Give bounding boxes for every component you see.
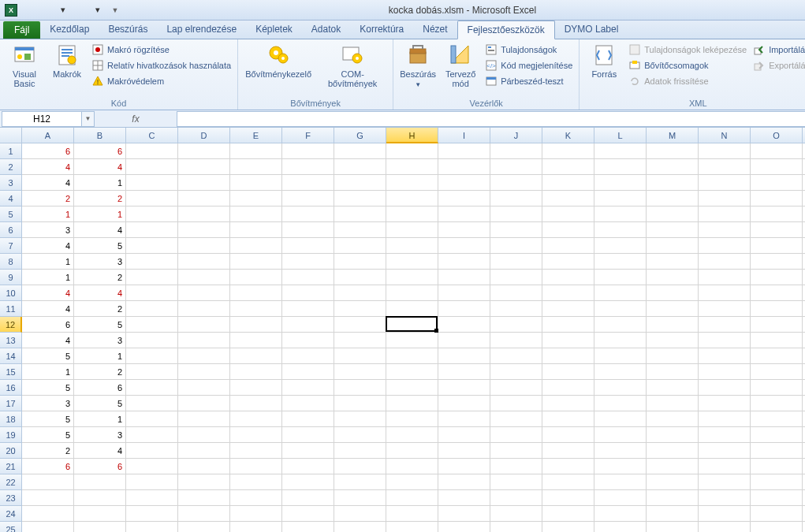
cell-J13[interactable] bbox=[490, 333, 542, 348]
cell-O12[interactable] bbox=[751, 317, 803, 333]
row-header-9[interactable]: 9 bbox=[0, 270, 22, 285]
cell-M21[interactable] bbox=[647, 459, 699, 474]
cell-G1[interactable] bbox=[334, 143, 386, 159]
cell-E22[interactable] bbox=[230, 474, 282, 490]
cell-G19[interactable] bbox=[334, 427, 386, 443]
cell-K13[interactable] bbox=[542, 333, 594, 348]
cell-M12[interactable] bbox=[647, 317, 699, 333]
cell-G17[interactable] bbox=[334, 396, 386, 411]
cell-L25[interactable] bbox=[594, 522, 647, 532]
cell-N16[interactable] bbox=[699, 380, 751, 396]
cell-D12[interactable] bbox=[178, 317, 230, 333]
save-button[interactable] bbox=[20, 2, 36, 18]
cell-A21[interactable]: 6 bbox=[22, 459, 74, 474]
cell-C1[interactable] bbox=[126, 143, 178, 159]
cell-I12[interactable] bbox=[438, 317, 490, 333]
col-header-I[interactable]: I bbox=[438, 128, 490, 143]
cell-J20[interactable] bbox=[490, 443, 542, 459]
cell-N13[interactable] bbox=[699, 333, 751, 348]
cell-K16[interactable] bbox=[542, 380, 594, 396]
cell-I7[interactable] bbox=[438, 238, 490, 254]
tab-dymo-label[interactable]: DYMO Label bbox=[555, 20, 628, 39]
import-button[interactable]: Importálás bbox=[751, 43, 805, 57]
cell-E14[interactable] bbox=[230, 348, 282, 364]
cell-N12[interactable] bbox=[699, 317, 751, 333]
cell-K11[interactable] bbox=[542, 301, 594, 317]
cell-C19[interactable] bbox=[126, 427, 178, 443]
cell-A5[interactable]: 1 bbox=[22, 206, 74, 222]
cell-I22[interactable] bbox=[438, 474, 490, 490]
cell-D15[interactable] bbox=[178, 364, 230, 380]
cell-G7[interactable] bbox=[334, 238, 386, 254]
cell-A4[interactable]: 2 bbox=[22, 191, 74, 206]
cell-A16[interactable]: 5 bbox=[22, 380, 74, 396]
cell-H11[interactable] bbox=[386, 301, 438, 317]
cell-H15[interactable] bbox=[386, 364, 438, 380]
cell-C8[interactable] bbox=[126, 254, 178, 270]
qat-customize[interactable]: ▼ bbox=[107, 2, 123, 18]
macro-security-button[interactable]: !Makróvédelem bbox=[90, 74, 233, 88]
cell-K12[interactable] bbox=[542, 317, 594, 333]
col-header-H[interactable]: H bbox=[386, 128, 438, 143]
cell-G16[interactable] bbox=[334, 380, 386, 396]
cell-A23[interactable] bbox=[22, 490, 74, 506]
cell-I6[interactable] bbox=[438, 222, 490, 238]
cell-O9[interactable] bbox=[751, 270, 803, 285]
cell-H1[interactable] bbox=[386, 143, 438, 159]
cell-G20[interactable] bbox=[334, 443, 386, 459]
cell-A10[interactable]: 4 bbox=[22, 285, 74, 301]
cell-H24[interactable] bbox=[386, 506, 438, 522]
cell-D9[interactable] bbox=[178, 270, 230, 285]
name-box-dropdown[interactable]: ▼ bbox=[82, 111, 95, 127]
row-header-13[interactable]: 13 bbox=[0, 333, 22, 348]
cell-N17[interactable] bbox=[699, 396, 751, 411]
cell-C21[interactable] bbox=[126, 459, 178, 474]
cell-L15[interactable] bbox=[594, 364, 647, 380]
cell-G15[interactable] bbox=[334, 364, 386, 380]
cell-F4[interactable] bbox=[282, 191, 334, 206]
cell-I10[interactable] bbox=[438, 285, 490, 301]
cell-A20[interactable]: 2 bbox=[22, 443, 74, 459]
cell-A9[interactable]: 1 bbox=[22, 270, 74, 285]
col-header-K[interactable]: K bbox=[542, 128, 594, 143]
tab-beszúrás[interactable]: Beszúrás bbox=[99, 20, 157, 39]
cell-E16[interactable] bbox=[230, 380, 282, 396]
cell-K7[interactable] bbox=[542, 238, 594, 254]
cell-K15[interactable] bbox=[542, 364, 594, 380]
cell-O24[interactable] bbox=[751, 506, 803, 522]
cell-L6[interactable] bbox=[594, 222, 647, 238]
row-header-25[interactable]: 25 bbox=[0, 522, 22, 532]
com-addins-button[interactable]: COM-bővítmények bbox=[317, 41, 388, 90]
cell-M15[interactable] bbox=[647, 364, 699, 380]
cell-H5[interactable] bbox=[386, 206, 438, 222]
cell-G2[interactable] bbox=[334, 159, 386, 175]
cell-M25[interactable] bbox=[647, 522, 699, 532]
cell-L12[interactable] bbox=[594, 317, 647, 333]
cell-I23[interactable] bbox=[438, 490, 490, 506]
cell-B9[interactable]: 2 bbox=[74, 270, 126, 285]
cell-F9[interactable] bbox=[282, 270, 334, 285]
row-header-16[interactable]: 16 bbox=[0, 380, 22, 396]
row-header-4[interactable]: 4 bbox=[0, 191, 22, 206]
cell-N5[interactable] bbox=[699, 206, 751, 222]
cell-I13[interactable] bbox=[438, 333, 490, 348]
cell-I17[interactable] bbox=[438, 396, 490, 411]
cell-M18[interactable] bbox=[647, 411, 699, 427]
cell-H8[interactable] bbox=[386, 254, 438, 270]
cell-L17[interactable] bbox=[594, 396, 647, 411]
row-header-10[interactable]: 10 bbox=[0, 285, 22, 301]
cell-J11[interactable] bbox=[490, 301, 542, 317]
tab-kezdőlap[interactable]: Kezdőlap bbox=[40, 20, 99, 39]
cell-G14[interactable] bbox=[334, 348, 386, 364]
undo-dropdown[interactable]: ▾ bbox=[55, 2, 71, 18]
cell-M7[interactable] bbox=[647, 238, 699, 254]
cell-O4[interactable] bbox=[751, 191, 803, 206]
cell-I25[interactable] bbox=[438, 522, 490, 532]
cell-D19[interactable] bbox=[178, 427, 230, 443]
cell-E24[interactable] bbox=[230, 506, 282, 522]
col-header-N[interactable]: N bbox=[699, 128, 751, 143]
cell-A13[interactable]: 4 bbox=[22, 333, 74, 348]
select-all-corner[interactable] bbox=[0, 128, 22, 143]
addins-button[interactable]: Bővítménykezelő bbox=[243, 41, 314, 80]
cell-O7[interactable] bbox=[751, 238, 803, 254]
